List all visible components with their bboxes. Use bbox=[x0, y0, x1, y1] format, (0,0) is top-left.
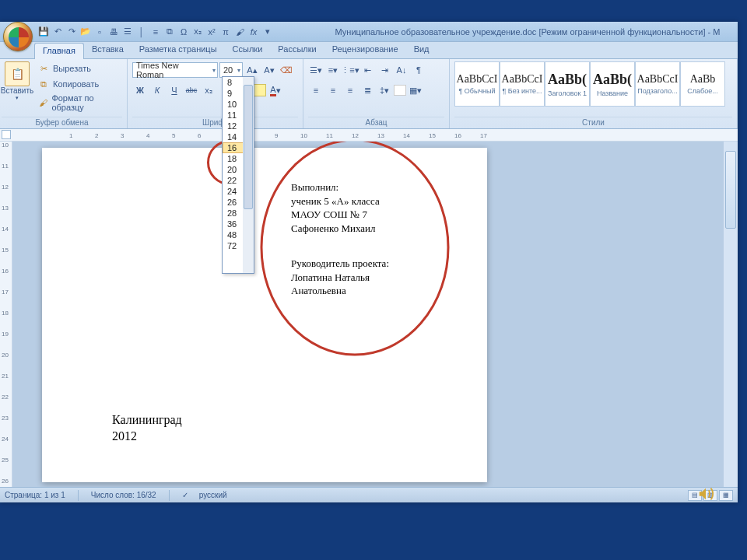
speaker-icon bbox=[697, 485, 714, 502]
increase-indent-button[interactable]: ⇥ bbox=[377, 62, 392, 78]
ruler-horizontal[interactable]: 1234567891011121314151617 bbox=[0, 129, 738, 142]
document-area: 1011121314151617181920212223242526 Выпол… bbox=[0, 142, 738, 490]
multilevel-button[interactable]: ⋮≡▾ bbox=[342, 62, 358, 78]
new-icon[interactable]: ▫ bbox=[93, 26, 106, 38]
clear-format-button[interactable]: ⌫ bbox=[279, 62, 294, 78]
style-emphasis[interactable]: AaBbСлабое... bbox=[680, 61, 725, 107]
tab-insert[interactable]: Вставка bbox=[84, 42, 132, 58]
decrease-indent-button[interactable]: ⇤ bbox=[359, 62, 375, 78]
show-marks-button[interactable]: ¶ bbox=[411, 62, 426, 78]
brush-icon: 🖌 bbox=[37, 96, 48, 109]
qat-fx-icon[interactable]: fx bbox=[247, 26, 260, 38]
strike-button[interactable]: abc bbox=[184, 82, 199, 98]
ruler-corner-icon[interactable] bbox=[2, 130, 11, 139]
qat-extra7-icon[interactable]: 🖌 bbox=[233, 26, 246, 38]
chevron-down-icon: ▾ bbox=[212, 67, 216, 74]
status-page[interactable]: Страница: 1 из 1 bbox=[5, 491, 65, 499]
style-title[interactable]: AaBb(Название bbox=[590, 61, 635, 107]
format-painter-button[interactable]: 🖌Формат по образцу bbox=[36, 93, 122, 113]
styles-gallery[interactable]: AaBbCcI¶ Обычный AaBbCcI¶ Без инте... Aa… bbox=[454, 61, 732, 107]
copy-button[interactable]: ⧉Копировать bbox=[36, 77, 122, 91]
italic-button[interactable]: К bbox=[149, 82, 165, 98]
qat-extra5-icon[interactable]: x² bbox=[205, 26, 218, 38]
cut-button[interactable]: ✂Вырезать bbox=[36, 61, 122, 75]
status-language[interactable]: русский bbox=[199, 491, 227, 499]
ribbon-tabs: Главная Вставка Разметка страницы Ссылки… bbox=[0, 42, 738, 59]
font-color-button[interactable]: A▾ bbox=[268, 82, 283, 98]
qat-more-icon[interactable]: ☰ bbox=[121, 26, 134, 38]
scrollbar-thumb[interactable] bbox=[725, 151, 736, 229]
quick-access-toolbar: 💾 ↶ ↷ 📂 ▫ 🖶 ☰ │ ≡ ⧉ Ω x₂ x² π 🖌 fx ▾ bbox=[37, 22, 274, 41]
copy-icon: ⧉ bbox=[37, 78, 50, 90]
group-paragraph-label: Абзац bbox=[308, 117, 444, 128]
print-icon[interactable]: 🖶 bbox=[107, 26, 120, 38]
subscript-button[interactable]: x₂ bbox=[201, 82, 216, 98]
open-icon[interactable]: 📂 bbox=[79, 26, 92, 38]
group-styles: AaBbCcI¶ Обычный AaBbCcI¶ Без инте... Aa… bbox=[450, 59, 738, 128]
qat-extra4-icon[interactable]: x₂ bbox=[191, 26, 204, 38]
font-name-select[interactable]: Times New Roman▾ bbox=[132, 62, 218, 78]
style-subtitle[interactable]: AaBbCcIПодзаголо... bbox=[635, 61, 680, 107]
status-bar: Страница: 1 из 1 Число слов: 16/32 ✓ рус… bbox=[0, 487, 738, 502]
style-nospacing[interactable]: AaBbCcI¶ Без инте... bbox=[500, 61, 545, 107]
qat-extra3-icon[interactable]: Ω bbox=[177, 26, 190, 38]
font-size-select[interactable]: 20▾ bbox=[219, 62, 243, 78]
style-heading1[interactable]: AaBb(Заголовок 1 bbox=[545, 61, 590, 107]
vertical-scrollbar[interactable] bbox=[724, 142, 738, 490]
text-block-footer[interactable]: Калининград 2012 bbox=[112, 412, 182, 445]
title-bar: 💾 ↶ ↷ 📂 ▫ 🖶 ☰ │ ≡ ⧉ Ω x₂ x² π 🖌 fx ▾ Мун… bbox=[0, 22, 738, 42]
save-icon[interactable]: 💾 bbox=[37, 26, 50, 38]
group-clipboard: 📋 Вставить ▾ ✂Вырезать ⧉Копировать 🖌Форм… bbox=[0, 59, 128, 128]
bullets-button[interactable]: ☰▾ bbox=[308, 62, 324, 78]
align-center-button[interactable]: ≡ bbox=[325, 82, 341, 98]
font-size-dropdown[interactable]: 891011121416182022242628364872 bbox=[222, 76, 254, 274]
style-normal[interactable]: AaBbCcI¶ Обычный bbox=[454, 61, 500, 107]
bold-button[interactable]: Ж bbox=[132, 82, 148, 98]
proofing-icon[interactable]: ✓ bbox=[182, 491, 188, 499]
cut-icon: ✂ bbox=[37, 62, 50, 75]
sort-button[interactable]: A↓ bbox=[394, 62, 409, 78]
scrollbar-thumb[interactable] bbox=[244, 85, 253, 209]
shrink-font-button[interactable]: A▾ bbox=[261, 62, 277, 78]
ribbon: 📋 Вставить ▾ ✂Вырезать ⧉Копировать 🖌Форм… bbox=[0, 59, 738, 129]
qat-dropdown-icon[interactable]: ▾ bbox=[261, 26, 274, 38]
tab-home[interactable]: Главная bbox=[34, 43, 84, 59]
align-left-button[interactable]: ≡ bbox=[308, 82, 324, 98]
qat-extra1-icon[interactable]: ≡ bbox=[149, 26, 162, 38]
text-block-author[interactable]: Выполнил: ученик 5 «А» класса МАОУ СОШ №… bbox=[291, 180, 380, 235]
align-right-button[interactable]: ≡ bbox=[342, 82, 358, 98]
group-font-label: Шрифт bbox=[132, 117, 298, 128]
status-words[interactable]: Число слов: 16/32 bbox=[91, 491, 156, 499]
borders-button[interactable]: ▦▾ bbox=[408, 82, 423, 98]
qat-extra2-icon[interactable]: ⧉ bbox=[163, 26, 176, 38]
window-title: Муниципальное образовательное учреждение… bbox=[274, 27, 735, 37]
tab-mailings[interactable]: Рассылки bbox=[270, 42, 324, 58]
qat-extra6-icon[interactable]: π bbox=[219, 26, 232, 38]
ruler-vertical[interactable]: 1011121314151617181920212223242526 bbox=[0, 142, 12, 490]
document-scroll[interactable]: Выполнил: ученик 5 «А» класса МАОУ СОШ №… bbox=[12, 142, 738, 490]
justify-button[interactable]: ≣ bbox=[359, 82, 375, 98]
paste-icon: 📋 bbox=[5, 61, 30, 86]
grow-font-button[interactable]: A▴ bbox=[244, 62, 260, 78]
dropdown-scrollbar[interactable] bbox=[243, 77, 254, 273]
tab-view[interactable]: Вид bbox=[406, 42, 437, 58]
undo-icon[interactable]: ↶ bbox=[51, 26, 64, 38]
numbering-button[interactable]: ≡▾ bbox=[325, 62, 341, 78]
underline-button[interactable]: Ч bbox=[167, 82, 182, 98]
group-font: Times New Roman▾ 20▾ A▴ A▾ ⌫ Ж К Ч abc x… bbox=[128, 59, 303, 128]
tab-references[interactable]: Ссылки bbox=[225, 42, 271, 58]
tab-layout[interactable]: Разметка страницы bbox=[132, 42, 225, 58]
paste-button[interactable]: 📋 Вставить ▾ bbox=[2, 61, 33, 110]
group-clipboard-label: Буфер обмена bbox=[2, 117, 122, 128]
group-styles-label: Стили bbox=[454, 117, 732, 128]
qat-sep: │ bbox=[135, 26, 148, 38]
office-button[interactable] bbox=[3, 22, 33, 51]
shading-button[interactable] bbox=[394, 85, 406, 96]
view-web-icon[interactable]: ▦ bbox=[719, 490, 733, 501]
line-spacing-button[interactable]: ‡▾ bbox=[377, 82, 392, 98]
tab-review[interactable]: Рецензирование bbox=[324, 42, 406, 58]
redo-icon[interactable]: ↷ bbox=[65, 26, 78, 38]
page[interactable]: Выполнил: ученик 5 «А» класса МАОУ СОШ №… bbox=[42, 148, 487, 482]
group-paragraph: ☰▾ ≡▾ ⋮≡▾ ⇤ ⇥ A↓ ¶ ≡ ≡ ≡ ≣ ‡▾ ▦▾ bbox=[303, 59, 450, 128]
text-block-supervisor[interactable]: Руководитель проекта: Лопатина Наталья А… bbox=[291, 257, 389, 298]
